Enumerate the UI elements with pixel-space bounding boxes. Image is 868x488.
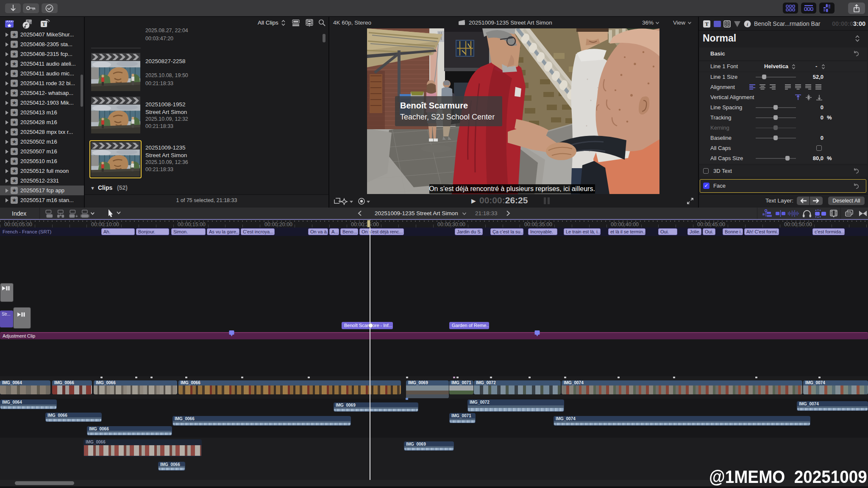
svg-text:Benoît Scarmure: Benoît Scarmure bbox=[400, 101, 468, 110]
svg-text:On s'est déjà rencontré à plus: On s'est déjà rencontré à plusieurs repr… bbox=[429, 185, 595, 192]
svg-text:Teacher, S2J School Center: Teacher, S2J School Center bbox=[400, 113, 495, 121]
svg-text:T: T bbox=[42, 21, 45, 27]
